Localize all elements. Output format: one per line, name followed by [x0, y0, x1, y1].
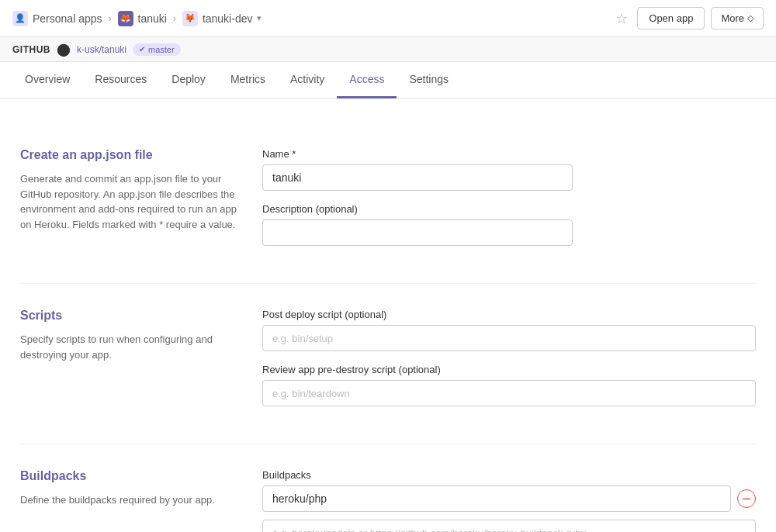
pre-destroy-group: Review app pre-destroy script (optional): [262, 364, 756, 406]
pre-destroy-input[interactable]: [262, 380, 756, 406]
buildpacks-right-title: Buildpacks: [262, 469, 756, 481]
tanuki-dev-dropdown-icon: ▾: [257, 13, 262, 23]
name-input[interactable]: [262, 164, 573, 191]
tab-activity[interactable]: Activity: [278, 62, 337, 98]
app-json-title: Create an app.json file: [20, 148, 237, 162]
personal-apps-label: Personal apps: [33, 12, 102, 25]
tab-deploy[interactable]: Deploy: [159, 62, 218, 98]
github-repo[interactable]: k-usk/tanuki: [77, 44, 126, 55]
more-chevron-icon: ◇: [747, 13, 753, 23]
branch-label: master: [148, 45, 175, 54]
post-deploy-group: Post deploy script (optional): [262, 309, 756, 351]
buildpack-input-2[interactable]: [262, 520, 756, 532]
post-deploy-input[interactable]: [262, 325, 756, 351]
tab-access[interactable]: Access: [337, 62, 397, 98]
tab-settings[interactable]: Settings: [397, 62, 461, 98]
github-bar: GITHUB ⬤ k-usk/tanuki master: [0, 37, 776, 62]
tab-resources[interactable]: Resources: [82, 62, 159, 98]
personal-apps-icon: 👤: [12, 11, 28, 26]
tanuki-dev-label: tanuki-dev: [203, 12, 253, 25]
star-button[interactable]: ☆: [612, 7, 631, 30]
pre-destroy-label: Review app pre-destroy script (optional): [262, 364, 756, 375]
remove-buildpack-button[interactable]: −: [737, 489, 756, 508]
more-button[interactable]: More ◇: [711, 7, 764, 29]
remove-icon: −: [742, 491, 751, 506]
breadcrumb-sep-2: ›: [173, 13, 176, 24]
name-label: Name *: [262, 148, 756, 160]
open-app-button[interactable]: Open app: [637, 7, 705, 29]
section-buildpacks: Buildpacks Define the buildpacks require…: [20, 444, 756, 532]
section-scripts-left: Scripts Specify scripts to run when conf…: [20, 309, 237, 419]
name-group: Name *: [262, 148, 756, 191]
top-bar: 👤 Personal apps › 🦊 tanuki › 🦊 tanuki-de…: [0, 0, 776, 37]
buildpack-input-1[interactable]: [262, 485, 731, 512]
main-content: Create an app.json file Generate and com…: [8, 98, 768, 532]
section-app-json-left: Create an app.json file Generate and com…: [20, 148, 237, 258]
tab-metrics[interactable]: Metrics: [218, 62, 278, 98]
section-scripts-right: Post deploy script (optional) Review app…: [262, 309, 756, 419]
breadcrumb-tanuki[interactable]: 🦊 tanuki: [118, 11, 167, 26]
breadcrumb-personal-apps[interactable]: 👤 Personal apps: [12, 11, 102, 26]
github-label: GITHUB: [12, 44, 50, 55]
app-json-desc: Generate and commit an app.json file to …: [20, 171, 237, 232]
github-icon: ⬤: [57, 42, 71, 57]
more-label: More: [721, 12, 744, 24]
scripts-desc: Specify scripts to run when configuring …: [20, 332, 237, 362]
nav-tabs: Overview Resources Deploy Metrics Activi…: [0, 62, 776, 98]
breadcrumb: 👤 Personal apps › 🦊 tanuki › 🦊 tanuki-de…: [12, 11, 262, 26]
buildpacks-desc: Define the buildpacks required by your a…: [20, 492, 237, 508]
description-group: Description (optional): [262, 203, 756, 246]
tanuki-label: tanuki: [138, 12, 167, 25]
buildpack-row-2: [262, 520, 756, 532]
breadcrumb-sep-1: ›: [109, 13, 112, 24]
branch-badge: master: [133, 43, 181, 56]
section-app-json: Create an app.json file Generate and com…: [20, 123, 756, 284]
post-deploy-label: Post deploy script (optional): [262, 309, 756, 320]
breadcrumb-tanuki-dev[interactable]: 🦊 tanuki-dev ▾: [182, 11, 262, 26]
tab-overview[interactable]: Overview: [12, 62, 82, 98]
scripts-title: Scripts: [20, 309, 237, 323]
tanuki-icon: 🦊: [118, 11, 133, 26]
section-buildpacks-left: Buildpacks Define the buildpacks require…: [20, 469, 237, 532]
tanuki-dev-icon: 🦊: [182, 11, 198, 26]
section-scripts: Scripts Specify scripts to run when conf…: [20, 284, 756, 444]
buildpacks-left-title: Buildpacks: [20, 469, 237, 483]
buildpack-row-1: −: [262, 485, 756, 512]
section-buildpacks-right: Buildpacks −: [262, 469, 756, 532]
description-label: Description (optional): [262, 203, 756, 215]
description-input[interactable]: [262, 219, 573, 246]
section-app-json-right: Name * Description (optional): [262, 148, 756, 258]
top-bar-actions: ☆ Open app More ◇: [612, 7, 764, 30]
